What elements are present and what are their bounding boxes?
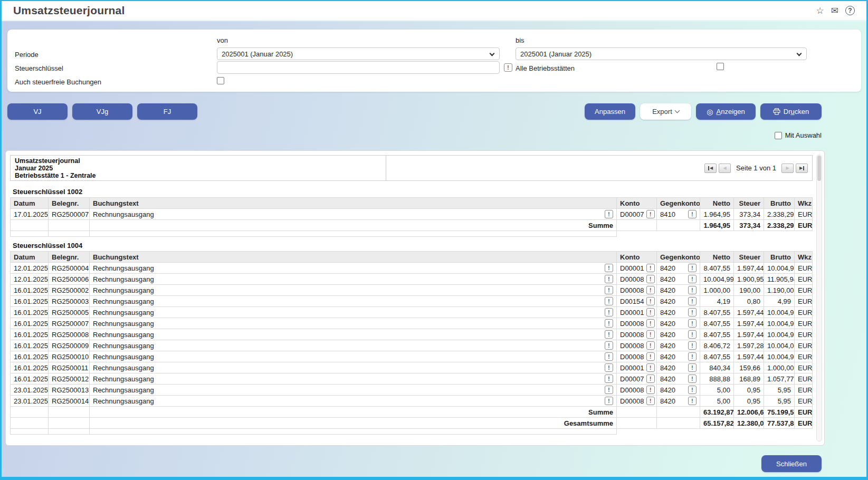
- col-header-brutto: Brutto: [764, 252, 795, 263]
- pager-last-button[interactable]: ▶: [796, 164, 808, 173]
- info-lookup-icon[interactable]: !: [688, 352, 697, 361]
- steuerfrei-checkbox[interactable]: [217, 77, 224, 84]
- info-lookup-icon[interactable]: !: [646, 352, 655, 361]
- alle-betriebsstaetten-checkbox[interactable]: [717, 63, 724, 70]
- gegenkonto-text: 8420: [660, 375, 675, 383]
- info-lookup-icon[interactable]: !: [646, 319, 655, 328]
- info-lookup-icon[interactable]: !: [646, 375, 655, 383]
- info-lookup-icon[interactable]: !: [688, 330, 697, 339]
- steuerschluessel-lookup-icon[interactable]: !: [504, 63, 512, 72]
- gegenkonto-cell-content: 8420!: [660, 264, 697, 272]
- cell-datum: 23.01.2025: [11, 396, 49, 407]
- pager-prev-button[interactable]: ◀: [719, 164, 731, 173]
- drucken-button[interactable]: Drucken: [760, 103, 822, 120]
- info-lookup-icon[interactable]: !: [605, 286, 613, 294]
- info-lookup-icon[interactable]: !: [605, 275, 613, 283]
- schliessen-button[interactable]: Schließen: [761, 455, 822, 472]
- table-row[interactable]: 17.01.2025RG250000710Rechnungsausgang!D0…: [11, 209, 813, 220]
- info-lookup-icon[interactable]: !: [688, 297, 697, 305]
- cell-netto-total: 1.964,95: [700, 220, 734, 231]
- info-lookup-icon[interactable]: !: [646, 341, 655, 350]
- scrollbar-thumb[interactable]: [817, 156, 821, 181]
- info-lookup-icon[interactable]: !: [605, 210, 613, 218]
- cell-konto-empty: [617, 220, 657, 231]
- cell-brutto: 10.004,99: [764, 318, 795, 329]
- cell-steuer: 159,66: [734, 362, 764, 373]
- info-lookup-icon[interactable]: !: [646, 264, 655, 272]
- info-lookup-icon[interactable]: !: [605, 308, 613, 316]
- table-row[interactable]: 16.01.2025RG2500009Rechnungsausgang!D000…: [11, 340, 813, 351]
- info-lookup-icon[interactable]: !: [688, 286, 697, 294]
- table-row[interactable]: 16.01.2025RG2500003Rechnungsausgang!D001…: [11, 296, 813, 307]
- email-icon[interactable]: ✉: [831, 6, 838, 15]
- table-row[interactable]: 16.01.2025RG2500008Rechnungsausgang!D000…: [11, 329, 813, 340]
- info-lookup-icon[interactable]: !: [688, 210, 697, 218]
- table-row[interactable]: 12.01.2025RG2500004Rechnungsausgang!D000…: [11, 263, 813, 274]
- export-button[interactable]: Export: [640, 103, 691, 120]
- info-lookup-icon[interactable]: !: [646, 286, 655, 294]
- table-row[interactable]: 16.01.2025RG2500010Rechnungsausgang!D000…: [11, 351, 813, 362]
- info-lookup-icon[interactable]: !: [646, 397, 655, 405]
- table-row[interactable]: 23.01.2025RG2500014Rechnungsausgang!D000…: [11, 396, 813, 407]
- cell-steuer: 0,95: [734, 396, 764, 407]
- anzeigen-button[interactable]: ◎ Anzeigen: [696, 103, 756, 120]
- info-lookup-icon[interactable]: !: [605, 375, 613, 383]
- info-lookup-icon[interactable]: !: [646, 210, 655, 218]
- cell-steuer: 1.597,44: [734, 318, 764, 329]
- info-lookup-icon[interactable]: !: [605, 341, 613, 350]
- table-row[interactable]: 16.01.2025RG2500011Rechnungsausgang!D000…: [11, 362, 813, 373]
- info-lookup-icon[interactable]: !: [688, 386, 697, 394]
- table-row[interactable]: 16.01.2025RG2500007Rechnungsausgang!D000…: [11, 318, 813, 329]
- cell-netto: 8.407,55: [700, 329, 734, 340]
- info-lookup-icon[interactable]: !: [605, 319, 613, 328]
- anpassen-button[interactable]: Anpassen: [585, 103, 635, 120]
- info-lookup-icon[interactable]: !: [605, 330, 613, 339]
- info-lookup-icon[interactable]: !: [605, 264, 613, 272]
- table-row[interactable]: 12.01.2025RG2500006Rechnungsausgang!D000…: [11, 274, 813, 285]
- info-lookup-icon[interactable]: !: [646, 297, 655, 305]
- cell-buchungstext: Rechnungsausgang!: [90, 373, 617, 385]
- info-lookup-icon[interactable]: !: [646, 330, 655, 339]
- konto-cell-content: D00008!: [620, 330, 653, 339]
- steuerschluessel-input[interactable]: [217, 61, 500, 74]
- info-lookup-icon[interactable]: !: [646, 363, 655, 372]
- table-row[interactable]: 16.01.2025RG2500005Rechnungsausgang!D000…: [11, 307, 813, 318]
- table-row[interactable]: 23.01.2025RG2500013Rechnungsausgang!D000…: [11, 385, 813, 396]
- info-lookup-icon[interactable]: !: [646, 275, 655, 283]
- periode-bis-select[interactable]: 2025001 (Januar 2025): [516, 47, 807, 60]
- info-lookup-icon[interactable]: !: [646, 386, 655, 394]
- info-lookup-icon[interactable]: !: [688, 363, 697, 372]
- favorite-star-icon[interactable]: ☆: [816, 6, 824, 15]
- cell-datum: 16.01.2025: [11, 296, 49, 307]
- pager-first-button[interactable]: ◀: [704, 164, 717, 173]
- vertical-scrollbar[interactable]: [816, 155, 822, 441]
- info-lookup-icon[interactable]: !: [688, 341, 697, 350]
- vjg-button[interactable]: VJg: [72, 103, 132, 120]
- info-lookup-icon[interactable]: !: [688, 308, 697, 316]
- info-lookup-icon[interactable]: !: [605, 297, 613, 305]
- info-lookup-icon[interactable]: !: [688, 275, 697, 283]
- help-icon[interactable]: ?: [845, 6, 855, 15]
- info-lookup-icon[interactable]: !: [688, 319, 697, 328]
- vj-button[interactable]: VJ: [7, 103, 68, 120]
- info-lookup-icon[interactable]: !: [605, 397, 613, 405]
- info-lookup-icon[interactable]: !: [688, 264, 697, 272]
- info-lookup-icon[interactable]: !: [605, 386, 613, 394]
- mit-auswahl-checkbox[interactable]: [775, 132, 782, 139]
- info-lookup-icon[interactable]: !: [688, 375, 697, 383]
- info-lookup-icon[interactable]: !: [605, 352, 613, 361]
- cell-konto: D00007!: [617, 373, 657, 385]
- buchungstext-text: Rechnungsausgang: [93, 331, 154, 339]
- table-row[interactable]: 16.01.2025RG2500012Rechnungsausgang!D000…: [11, 373, 813, 385]
- cell-brutto: 10.004,00: [764, 340, 795, 351]
- pager-next-button[interactable]: ▶: [781, 164, 794, 173]
- col-header-belegnr: Belegnr.: [49, 252, 90, 263]
- info-lookup-icon[interactable]: !: [605, 363, 613, 372]
- info-lookup-icon[interactable]: !: [688, 397, 697, 405]
- periode-von-select[interactable]: 2025001 (Januar 2025): [217, 47, 500, 60]
- cell-netto: 8.406,72: [700, 340, 734, 351]
- fj-button[interactable]: FJ: [137, 103, 197, 120]
- cell-steuer: 190,00: [734, 285, 764, 296]
- table-row[interactable]: 16.01.2025RG2500002Rechnungsausgang!D000…: [11, 285, 813, 296]
- info-lookup-icon[interactable]: !: [646, 308, 655, 316]
